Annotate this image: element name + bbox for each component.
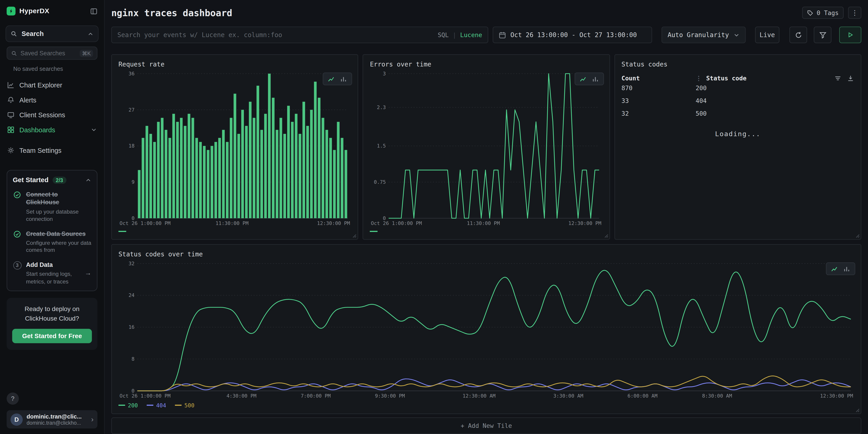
status-codes-legend: 200404500 xyxy=(118,401,854,409)
legend-label: 500 xyxy=(184,402,194,408)
status-codes-over-time-chart[interactable]: 32241680Oct 26 1:00:00 PM4:30:00 PM7:00:… xyxy=(118,260,854,400)
filter-lines-icon[interactable] xyxy=(834,75,842,82)
svg-text:3: 3 xyxy=(383,71,386,76)
count-cell: 870 xyxy=(621,85,695,92)
sidebar-item-team-settings[interactable]: Team Settings xyxy=(0,143,104,158)
column-header-count[interactable]: Count xyxy=(621,75,695,82)
dashboard-menu-button[interactable]: ⋮ xyxy=(848,7,861,19)
line-chart-icon[interactable] xyxy=(831,265,838,273)
sidebar-item-chart-explorer[interactable]: Chart Explorer xyxy=(0,78,104,92)
tile-title: Status codes over time xyxy=(118,250,854,258)
resize-handle[interactable] xyxy=(855,408,860,412)
chart-type-toggle xyxy=(826,262,855,275)
nav-label: Client Sessions xyxy=(19,111,97,119)
status-table-body: 8702003340432500 xyxy=(621,82,854,120)
bell-icon xyxy=(7,96,14,103)
refresh-button[interactable] xyxy=(789,27,807,43)
help-button[interactable]: ? xyxy=(7,393,19,405)
event-search-field[interactable] xyxy=(117,31,433,39)
resize-handle[interactable] xyxy=(603,233,608,238)
legend-dash xyxy=(118,405,125,406)
nav-label: Alerts xyxy=(19,96,97,104)
column-header-status-code[interactable]: Status code xyxy=(706,75,834,82)
chart-canvas: 32.31.50.750Oct 26 1:00:00 PM11:30:00 PM… xyxy=(370,70,603,227)
svg-text:Oct 26 1:00:00 PM: Oct 26 1:00:00 PM xyxy=(120,393,170,399)
svg-text:16: 16 xyxy=(128,324,134,330)
svg-text:8:30:00 AM: 8:30:00 AM xyxy=(702,393,732,399)
line-chart-icon[interactable] xyxy=(328,75,335,83)
svg-text:32: 32 xyxy=(128,261,134,267)
download-icon[interactable] xyxy=(847,75,854,82)
resize-handle[interactable] xyxy=(855,233,860,238)
step-description: Set up your database connection xyxy=(26,208,91,223)
get-started-step-connect[interactable]: Connect to ClickHouse Set up your databa… xyxy=(13,190,91,223)
tags-button[interactable]: 0 Tags xyxy=(802,7,844,19)
table-row[interactable]: 33404 xyxy=(621,95,854,107)
table-row[interactable]: 32500 xyxy=(621,107,854,120)
sidebar-item-client-sessions[interactable]: Client Sessions xyxy=(0,107,104,123)
chart-legend xyxy=(370,228,603,235)
live-button[interactable]: Live xyxy=(755,27,779,43)
get-started-step-add-data[interactable]: 3 Add Data Start sending logs, metrics, … xyxy=(13,261,91,285)
errors-over-time-chart[interactable]: 32.31.50.750Oct 26 1:00:00 PM11:30:00 PM… xyxy=(370,70,603,227)
search-section-label: Search xyxy=(22,30,83,38)
saved-searches-input[interactable]: ⌘K xyxy=(7,46,97,60)
event-search-input[interactable]: SQL | Lucene xyxy=(111,27,489,43)
resize-handle[interactable] xyxy=(352,233,357,238)
user-menu[interactable]: D dominic.tran@clic... dominic.tran@clic… xyxy=(7,410,97,428)
legend-item-200[interactable]: 200 xyxy=(118,402,138,408)
svg-text:9:30:00 PM: 9:30:00 PM xyxy=(375,393,405,399)
date-range-picker[interactable]: Oct 26 13:00:00 - Oct 27 13:00:00 xyxy=(493,27,652,43)
arrow-right-icon: → xyxy=(85,269,91,277)
chart-canvas: 32241680Oct 26 1:00:00 PM4:30:00 PM7:00:… xyxy=(118,260,854,400)
svg-text:6:00:00 AM: 6:00:00 AM xyxy=(627,393,658,399)
nav-label: Chart Explorer xyxy=(19,81,97,89)
legend-item-404[interactable]: 404 xyxy=(147,402,166,408)
request-rate-chart[interactable]: 36271890Oct 26 1:00:00 PM11:30:00 PM12:3… xyxy=(118,70,351,227)
avatar: D xyxy=(10,413,23,425)
search-icon xyxy=(11,50,17,56)
saved-searches-field[interactable] xyxy=(21,50,76,57)
sql-toggle[interactable]: SQL xyxy=(438,31,448,38)
sidebar-collapse-icon[interactable] xyxy=(90,7,97,15)
granularity-select[interactable]: Auto Granularity xyxy=(661,27,746,43)
svg-text:12:30:00 PM: 12:30:00 PM xyxy=(820,393,853,399)
legend-item-500[interactable]: 500 xyxy=(175,402,194,408)
step-number-badge: 3 xyxy=(13,261,22,285)
sidebar-bottom: ? D dominic.tran@clic... dominic.tran@cl… xyxy=(0,393,104,434)
dashboard-grid: Request rate 36271890Oct 26 1:00:00 PM11… xyxy=(111,54,861,434)
add-new-tile-button[interactable]: + Add New Tile xyxy=(111,417,861,434)
sidebar-item-dashboards[interactable]: Dashboards xyxy=(0,122,104,137)
svg-text:12:30:00 PM: 12:30:00 PM xyxy=(317,220,350,226)
svg-text:12:30:00 AM: 12:30:00 AM xyxy=(462,393,495,399)
lucene-toggle[interactable]: Lucene xyxy=(460,31,482,38)
column-divider[interactable]: ⋮ xyxy=(695,75,702,82)
run-query-button[interactable] xyxy=(839,27,861,43)
svg-text:12:30:00 PM: 12:30:00 PM xyxy=(568,220,601,226)
page-title: nginx traces dashboard xyxy=(111,7,802,18)
check-circle-icon xyxy=(13,229,22,254)
filter-button[interactable] xyxy=(814,27,832,43)
get-started-step-sources[interactable]: Create Data Sources Configure where your… xyxy=(13,229,91,254)
svg-text:24: 24 xyxy=(128,292,134,298)
legend-dash xyxy=(370,231,378,232)
sidebar-item-search[interactable]: Search xyxy=(5,26,98,42)
nav-label: Dashboards xyxy=(19,126,86,134)
date-range-value: Oct 26 13:00:00 - Oct 27 13:00:00 xyxy=(510,31,637,39)
get-started-header[interactable]: Get Started 2/3 xyxy=(13,176,91,184)
legend-dash xyxy=(175,405,182,406)
step-description: Configure where your data comes from xyxy=(26,239,91,254)
tag-icon xyxy=(807,10,813,16)
chevron-up-icon xyxy=(85,177,91,183)
brand-name: HyperDX xyxy=(19,7,86,15)
monitor-icon xyxy=(7,111,14,119)
sidebar-item-alerts[interactable]: Alerts xyxy=(0,92,104,107)
bar-chart-icon[interactable] xyxy=(843,265,850,273)
get-started-free-button[interactable]: Get Started for Free xyxy=(12,329,92,343)
table-row[interactable]: 870200 xyxy=(621,82,854,95)
bar-chart-icon[interactable] xyxy=(340,75,347,83)
line-chart-icon[interactable] xyxy=(580,75,587,83)
svg-text:7:00:00 PM: 7:00:00 PM xyxy=(301,393,331,399)
svg-text:36: 36 xyxy=(128,71,134,76)
bar-chart-icon[interactable] xyxy=(592,75,599,83)
